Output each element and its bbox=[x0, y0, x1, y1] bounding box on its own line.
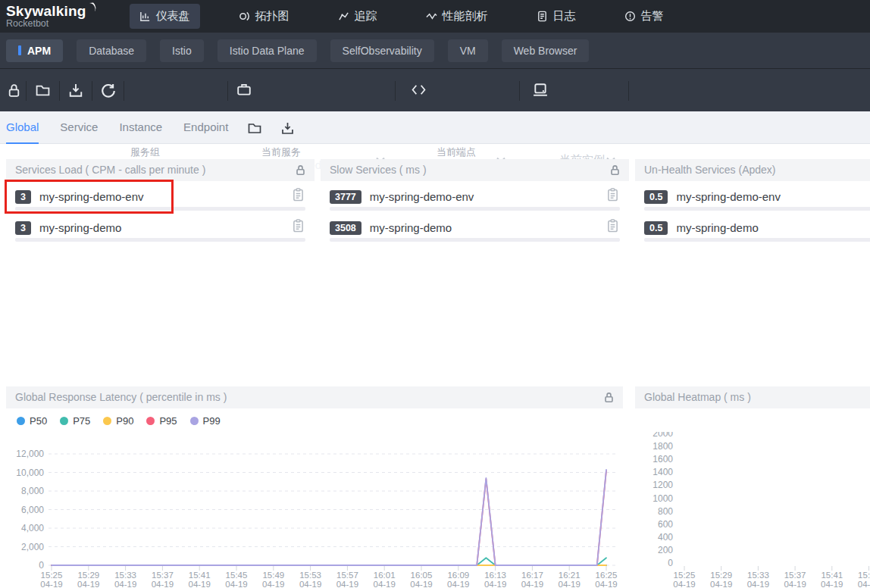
svg-text:2000: 2000 bbox=[652, 432, 673, 439]
svg-text:15:41: 15:41 bbox=[189, 571, 211, 580]
lock-icon[interactable] bbox=[604, 392, 614, 403]
svg-text:1200: 1200 bbox=[652, 480, 673, 490]
svg-text:04-19: 04-19 bbox=[262, 580, 284, 588]
folder-icon[interactable] bbox=[36, 83, 50, 97]
svg-text:1600: 1600 bbox=[652, 454, 673, 464]
svg-text:0: 0 bbox=[668, 558, 673, 568]
nav-label: 追踪 bbox=[355, 9, 377, 23]
svg-text:15:45: 15:45 bbox=[226, 571, 248, 580]
dash-tab-vm[interactable]: VM bbox=[448, 39, 488, 62]
svg-text:15:45: 15:45 bbox=[858, 571, 870, 580]
divider bbox=[26, 81, 27, 101]
svg-text:15:37: 15:37 bbox=[784, 571, 806, 580]
dash-tab-apm[interactable]: APM bbox=[6, 39, 63, 62]
tab-instance[interactable]: Instance bbox=[119, 111, 162, 144]
dash-tab-database[interactable]: Database bbox=[77, 39, 146, 62]
latency-legend: P50 P75 P90 P95 P99 bbox=[17, 415, 221, 427]
nav-label: 性能剖析 bbox=[443, 9, 488, 23]
divider bbox=[519, 81, 520, 101]
panel-title: Slow Services ( ms ) bbox=[321, 159, 629, 181]
svg-text:04-19: 04-19 bbox=[336, 580, 358, 588]
svg-text:2,000: 2,000 bbox=[21, 542, 44, 552]
svg-text:15:49: 15:49 bbox=[262, 571, 284, 580]
svg-text:16:01: 16:01 bbox=[374, 571, 396, 580]
nav-item-profile[interactable]: 性能剖析 bbox=[416, 4, 498, 29]
instance-icon bbox=[533, 83, 548, 97]
legend-item-p99[interactable]: P99 bbox=[190, 415, 221, 427]
dash-tab-istio-data-plane[interactable]: Istio Data Plane bbox=[218, 39, 317, 62]
service-row[interactable]: 3 my-spring-demo bbox=[6, 212, 315, 243]
panel-slow-services: Slow Services ( ms ) 3777 my-spring-demo… bbox=[321, 159, 629, 243]
clipboard-icon[interactable] bbox=[293, 188, 304, 202]
lock-icon[interactable] bbox=[8, 83, 20, 98]
panel-title: Global Heatmap ( ms ) bbox=[635, 386, 870, 408]
brand-name: Skywalking bbox=[6, 4, 86, 18]
skywalking-logo[interactable]: Skywalking Rocketbot bbox=[6, 4, 98, 29]
svg-text:16:09: 16:09 bbox=[447, 571, 469, 580]
service-name[interactable]: my-spring-demo bbox=[370, 221, 452, 234]
svg-text:15:41: 15:41 bbox=[821, 571, 843, 580]
folder-icon[interactable] bbox=[248, 122, 261, 134]
svg-text:600: 600 bbox=[658, 519, 673, 530]
svg-text:04-19: 04-19 bbox=[784, 580, 806, 588]
dashboard-toolbar: 服务组 当前服务 my-spring-demo-test 当前端点 {GET}/… bbox=[0, 68, 870, 111]
service-name[interactable]: my-spring-demo-env bbox=[676, 190, 781, 203]
briefcase-icon bbox=[236, 82, 252, 97]
legend-item-p90[interactable]: P90 bbox=[103, 415, 133, 427]
clipboard-icon[interactable] bbox=[607, 219, 618, 233]
download-icon[interactable] bbox=[281, 122, 294, 135]
nav-label: 拓扑图 bbox=[255, 9, 289, 23]
nav-item-log[interactable]: 日志 bbox=[527, 4, 586, 29]
service-row[interactable]: 0.5 my-spring-demo bbox=[635, 212, 870, 243]
nav-item-dashboard[interactable]: 仪表盘 bbox=[130, 4, 200, 29]
alarm-icon bbox=[624, 11, 636, 22]
legend-label: P95 bbox=[159, 415, 177, 427]
nav-item-trace[interactable]: 追踪 bbox=[328, 4, 387, 29]
service-row[interactable]: 3 my-spring-demo-env bbox=[6, 181, 315, 212]
metric-badge: 3508 bbox=[330, 221, 361, 235]
tab-global[interactable]: Global bbox=[6, 111, 39, 144]
current-service-label: 当前服务 bbox=[261, 145, 301, 159]
download-icon[interactable] bbox=[69, 83, 83, 98]
dash-tab-web-browser[interactable]: Web Browser bbox=[502, 39, 590, 62]
clipboard-icon[interactable] bbox=[293, 219, 304, 233]
dash-tab-label: SelfObservability bbox=[343, 45, 422, 57]
code-icon bbox=[412, 84, 426, 95]
svg-text:04-19: 04-19 bbox=[747, 580, 769, 588]
lock-icon[interactable] bbox=[610, 164, 620, 176]
dash-tab-label: Istio Data Plane bbox=[230, 45, 305, 57]
brand-sub: Rocketbot bbox=[6, 19, 98, 29]
nav-item-topology[interactable]: 拓扑图 bbox=[229, 4, 299, 29]
tab-endpoint[interactable]: Endpoint bbox=[183, 111, 228, 144]
legend-item-p50[interactable]: P50 bbox=[17, 415, 47, 427]
svg-text:15:29: 15:29 bbox=[710, 571, 732, 580]
svg-text:04-19: 04-19 bbox=[858, 580, 870, 588]
service-row[interactable]: 3777 my-spring-demo-env bbox=[321, 181, 629, 212]
scope-tabs: Global Service Instance Endpoint bbox=[0, 111, 870, 144]
nav-label: 日志 bbox=[553, 9, 576, 23]
legend-item-p75[interactable]: P75 bbox=[60, 415, 90, 427]
panel-title: Un-Health Services (Apdex) bbox=[635, 159, 870, 181]
service-row[interactable]: 3508 my-spring-demo bbox=[321, 212, 629, 243]
service-name[interactable]: my-spring-demo bbox=[39, 221, 121, 234]
service-row[interactable]: 0.5 my-spring-demo-env bbox=[635, 181, 870, 212]
current-endpoint-label: 当前端点 bbox=[437, 145, 476, 159]
dash-tab-selfobservability[interactable]: SelfObservability bbox=[330, 39, 434, 62]
nav-label: 仪表盘 bbox=[156, 9, 190, 23]
clipboard-icon[interactable] bbox=[607, 188, 618, 202]
legend-item-p95[interactable]: P95 bbox=[146, 415, 177, 427]
refresh-icon[interactable] bbox=[101, 83, 116, 99]
dash-tab-label: Web Browser bbox=[514, 45, 577, 57]
legend-dot bbox=[146, 417, 155, 425]
nav-item-alarm[interactable]: 告警 bbox=[615, 4, 674, 29]
service-name[interactable]: my-spring-demo-env bbox=[39, 190, 144, 203]
dash-tab-istio[interactable]: Istio bbox=[160, 39, 204, 62]
service-name[interactable]: my-spring-demo bbox=[676, 221, 758, 234]
tab-service[interactable]: Service bbox=[60, 111, 98, 144]
svg-text:04-19: 04-19 bbox=[299, 580, 321, 588]
dash-tab-label: APM bbox=[27, 45, 51, 57]
lock-icon[interactable] bbox=[296, 164, 305, 176]
service-name[interactable]: my-spring-demo-env bbox=[370, 190, 474, 203]
svg-text:04-19: 04-19 bbox=[558, 580, 580, 588]
divider bbox=[628, 81, 629, 101]
